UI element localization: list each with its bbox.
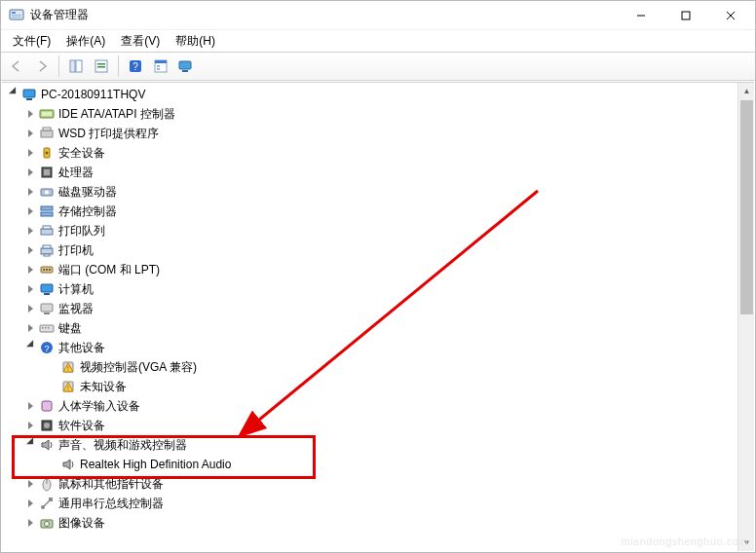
toolbar-refresh[interactable] xyxy=(90,55,113,78)
svg-rect-51 xyxy=(48,327,50,329)
scroll-thumb[interactable] xyxy=(740,100,753,314)
tree-category[interactable]: 声音、视频和游戏控制器 xyxy=(2,435,737,455)
svg-rect-18 xyxy=(157,68,160,70)
maximize-button[interactable] xyxy=(663,1,708,30)
tree-category[interactable]: 人体学输入设备 xyxy=(2,396,737,416)
tree-category[interactable]: 存储控制器 xyxy=(2,202,737,221)
expander-icon[interactable] xyxy=(23,281,39,297)
svg-point-62 xyxy=(44,423,50,428)
port-icon xyxy=(39,262,55,277)
tree-category[interactable]: 通用串行总线控制器 xyxy=(2,494,737,513)
device-tree[interactable]: PC-20180911THQVIDE ATA/ATAPI 控制器WSD 打印提供… xyxy=(2,83,737,551)
tree-category[interactable]: 鼠标和其他指针设备 xyxy=(2,474,737,494)
svg-rect-1 xyxy=(12,12,16,14)
titlebar: 设备管理器 xyxy=(1,1,755,30)
menu-action[interactable]: 操作(A) xyxy=(58,30,113,52)
minimize-button[interactable] xyxy=(619,1,663,30)
toolbar-show-hide[interactable] xyxy=(64,55,88,78)
expander-icon[interactable] xyxy=(23,262,39,277)
tree-category[interactable]: 打印队列 xyxy=(2,221,737,240)
expander-icon[interactable] xyxy=(23,184,39,200)
tree-category[interactable]: 处理器 xyxy=(2,163,737,182)
wsd-icon xyxy=(39,126,55,141)
tree-category[interactable]: 端口 (COM 和 LPT) xyxy=(2,260,737,279)
vertical-scrollbar[interactable]: ▲ ▼ xyxy=(737,83,754,551)
warn-icon: ! xyxy=(60,359,76,375)
mouse-icon xyxy=(39,476,55,492)
scroll-up-arrow[interactable]: ▲ xyxy=(738,83,754,99)
expander-icon[interactable] xyxy=(23,515,39,531)
svg-rect-17 xyxy=(157,65,160,67)
tree-category[interactable]: 监视器 xyxy=(2,299,737,318)
tree-item-label: 其他设备 xyxy=(58,340,105,356)
tree-item-label: 键盘 xyxy=(58,320,82,337)
tree-item-label: 图像设备 xyxy=(58,515,105,532)
tree-item-label: 安全设备 xyxy=(58,145,105,162)
menu-help[interactable]: 帮助(H) xyxy=(168,30,223,52)
svg-point-71 xyxy=(45,522,50,527)
tree-category[interactable]: 软件设备 xyxy=(2,416,737,435)
svg-rect-49 xyxy=(42,327,44,329)
tree-device[interactable]: !视频控制器(VGA 兼容) xyxy=(2,357,737,377)
expander-icon[interactable] xyxy=(23,340,39,355)
toolbar-back[interactable] xyxy=(5,55,28,78)
tree-category[interactable]: 磁盘驱动器 xyxy=(2,182,737,202)
tree-item-label: Realtek High Definition Audio xyxy=(80,458,231,471)
expander-icon[interactable] xyxy=(23,320,39,336)
expander-icon[interactable] xyxy=(23,165,39,180)
window-title: 设备管理器 xyxy=(30,7,89,23)
svg-text:!: ! xyxy=(67,385,69,391)
svg-point-42 xyxy=(46,269,48,271)
menu-file[interactable]: 文件(F) xyxy=(5,30,58,52)
tree-category[interactable]: 图像设备 xyxy=(2,513,737,533)
tree-category[interactable]: WSD 打印提供程序 xyxy=(2,124,737,143)
menu-view[interactable]: 查看(V) xyxy=(113,30,168,52)
expander-icon[interactable] xyxy=(23,437,39,453)
expander-icon[interactable] xyxy=(23,203,39,219)
tree-device[interactable]: !未知设备 xyxy=(2,377,737,396)
expander-icon[interactable] xyxy=(23,301,39,316)
sound-icon xyxy=(39,437,55,453)
storage-icon xyxy=(39,203,55,219)
svg-rect-46 xyxy=(41,304,53,312)
toolbar-monitors[interactable] xyxy=(174,55,198,78)
cpu-icon xyxy=(39,165,55,180)
svg-rect-35 xyxy=(41,229,53,235)
expander-icon[interactable] xyxy=(23,398,39,414)
tree-category[interactable]: IDE ATA/ATAPI 控制器 xyxy=(2,104,737,124)
tree-item-label: 计算机 xyxy=(58,281,94,298)
tree-item-label: WSD 打印提供程序 xyxy=(58,126,159,142)
tree-category[interactable]: 安全设备 xyxy=(2,143,737,163)
tree-category[interactable]: 打印机 xyxy=(2,240,737,260)
tree-item-label: 处理器 xyxy=(58,165,94,181)
expander-icon[interactable] xyxy=(23,496,39,511)
tree-category[interactable]: ?其他设备 xyxy=(2,338,737,357)
expander-icon[interactable] xyxy=(23,242,39,258)
expander-icon[interactable] xyxy=(6,87,21,102)
expander-icon[interactable] xyxy=(23,126,39,141)
tree-item-label: 监视器 xyxy=(58,301,94,317)
tree-device[interactable]: Realtek High Definition Audio xyxy=(2,455,737,474)
toolbar-separator xyxy=(58,55,59,77)
toolbar-properties[interactable] xyxy=(149,55,172,78)
expander-icon[interactable] xyxy=(23,476,39,492)
toolbar-help[interactable]: ? xyxy=(124,55,147,78)
svg-rect-36 xyxy=(43,226,51,229)
printer-icon xyxy=(39,242,55,258)
svg-rect-2 xyxy=(12,15,21,16)
expander-icon[interactable] xyxy=(23,145,39,161)
expander-icon[interactable] xyxy=(23,418,39,433)
svg-point-43 xyxy=(49,269,51,271)
tree-category[interactable]: 计算机 xyxy=(2,279,737,299)
toolbar-forward[interactable] xyxy=(30,55,54,78)
ide-icon xyxy=(39,106,55,122)
expander-icon[interactable] xyxy=(23,223,39,239)
tree-item-label: 打印机 xyxy=(58,242,94,259)
expander-icon[interactable] xyxy=(23,106,39,122)
svg-rect-21 xyxy=(23,90,35,97)
tree-category[interactable]: 键盘 xyxy=(2,318,737,338)
tree-root[interactable]: PC-20180911THQV xyxy=(2,85,737,104)
svg-rect-5 xyxy=(682,12,690,19)
tree-item-label: IDE ATA/ATAPI 控制器 xyxy=(58,106,175,123)
close-button[interactable] xyxy=(708,1,753,30)
